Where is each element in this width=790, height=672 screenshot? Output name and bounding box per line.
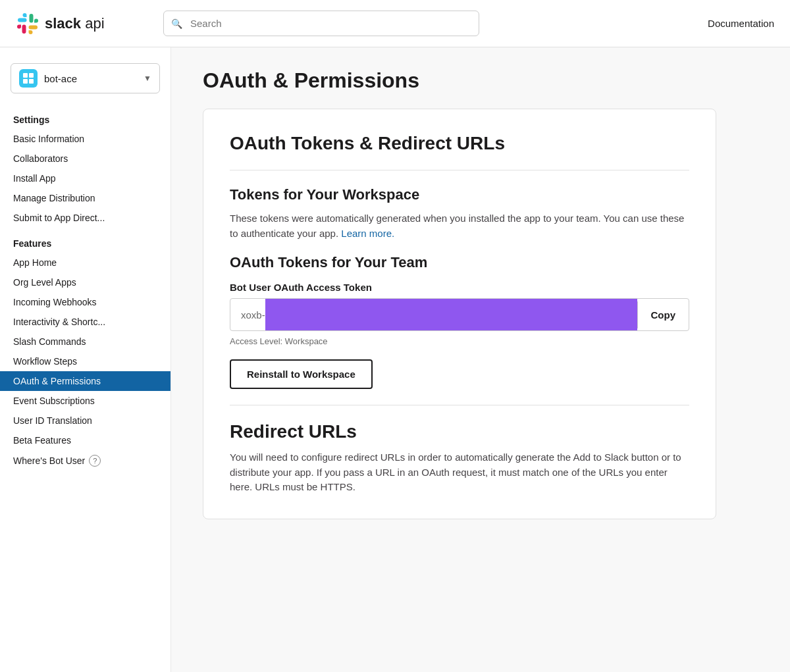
features-section-title: Features bbox=[0, 233, 171, 253]
sidebar-item-app-home[interactable]: App Home bbox=[0, 253, 171, 272]
sidebar-item-oauth-permissions[interactable]: OAuth & Permissions bbox=[0, 371, 171, 391]
sidebar-item-submit-app[interactable]: Submit to App Direct... bbox=[0, 208, 171, 228]
token-masked-value bbox=[265, 299, 637, 330]
app-name-label: bot-ace bbox=[44, 73, 137, 84]
reinstall-button[interactable]: Reinstall to Workspace bbox=[230, 359, 373, 389]
page-title: OAuth & Permissions bbox=[203, 68, 758, 93]
sidebar-item-manage-distribution[interactable]: Manage Distribution bbox=[0, 188, 171, 208]
divider-2 bbox=[230, 405, 689, 405]
settings-section-title: Settings bbox=[0, 109, 171, 129]
sidebar-item-user-id-translation[interactable]: User ID Translation bbox=[0, 411, 171, 430]
header: slack api 🔍 Documentation bbox=[0, 0, 790, 47]
sidebar-item-event-subscriptions[interactable]: Event Subscriptions bbox=[0, 391, 171, 411]
svg-rect-4 bbox=[29, 79, 34, 84]
logo-text: slack api bbox=[45, 15, 105, 32]
team-section-title: OAuth Tokens for Your Team bbox=[230, 254, 689, 271]
layout: bot-ace ▼ Settings Basic Information Col… bbox=[0, 47, 790, 672]
redirect-description: You will need to configure redirect URLs… bbox=[230, 450, 689, 495]
learn-more-link[interactable]: Learn more. bbox=[341, 228, 394, 239]
sidebar-item-install-app[interactable]: Install App bbox=[0, 168, 171, 188]
copy-button[interactable]: Copy bbox=[637, 301, 689, 328]
sidebar-item-basic-information[interactable]: Basic Information bbox=[0, 129, 171, 149]
sidebar-item-collaborators[interactable]: Collaborators bbox=[0, 149, 171, 168]
access-level: Access Level: Workspace bbox=[230, 336, 689, 346]
app-selector[interactable]: bot-ace ▼ bbox=[11, 63, 160, 93]
sidebar-item-beta-features[interactable]: Beta Features bbox=[0, 430, 171, 450]
sidebar: bot-ace ▼ Settings Basic Information Col… bbox=[0, 47, 171, 672]
tokens-workspace-title: Tokens for Your Workspace bbox=[230, 186, 689, 203]
documentation-link[interactable]: Documentation bbox=[708, 18, 774, 29]
sidebar-item-interactivity[interactable]: Interactivity & Shortc... bbox=[0, 312, 171, 332]
help-icon: ? bbox=[89, 455, 101, 467]
redirect-urls-title: Redirect URLs bbox=[230, 421, 689, 442]
sidebar-item-incoming-webhooks[interactable]: Incoming Webhooks bbox=[0, 292, 171, 312]
svg-rect-2 bbox=[29, 73, 34, 78]
slack-logo-icon bbox=[16, 12, 40, 36]
search-bar[interactable]: 🔍 bbox=[163, 11, 479, 36]
sidebar-item-workflow-steps[interactable]: Workflow Steps bbox=[0, 351, 171, 371]
svg-rect-3 bbox=[23, 79, 28, 84]
sidebar-item-org-level-apps[interactable]: Org Level Apps bbox=[0, 272, 171, 292]
search-input[interactable] bbox=[163, 11, 479, 36]
token-prefix: xoxb- bbox=[230, 301, 265, 328]
dropdown-arrow-icon: ▼ bbox=[144, 74, 151, 83]
card-section-title: OAuth Tokens & Redirect URLs bbox=[230, 133, 689, 154]
field-label: Bot User OAuth Access Token bbox=[230, 282, 689, 293]
main-content: OAuth & Permissions OAuth Tokens & Redir… bbox=[171, 47, 790, 672]
logo-area: slack api bbox=[16, 12, 147, 36]
sidebar-item-slash-commands[interactable]: Slash Commands bbox=[0, 332, 171, 351]
svg-rect-0 bbox=[16, 12, 40, 36]
sidebar-item-wheres-bot-user[interactable]: Where's Bot User ? bbox=[0, 450, 171, 471]
app-icon bbox=[19, 69, 38, 88]
token-input-row: xoxb- Copy bbox=[230, 298, 689, 331]
svg-rect-1 bbox=[23, 73, 28, 78]
tokens-description: These tokens were automatically generate… bbox=[230, 211, 689, 241]
divider-1 bbox=[230, 170, 689, 170]
search-icon: 🔍 bbox=[171, 18, 182, 29]
main-card: OAuth Tokens & Redirect URLs Tokens for … bbox=[203, 109, 716, 519]
